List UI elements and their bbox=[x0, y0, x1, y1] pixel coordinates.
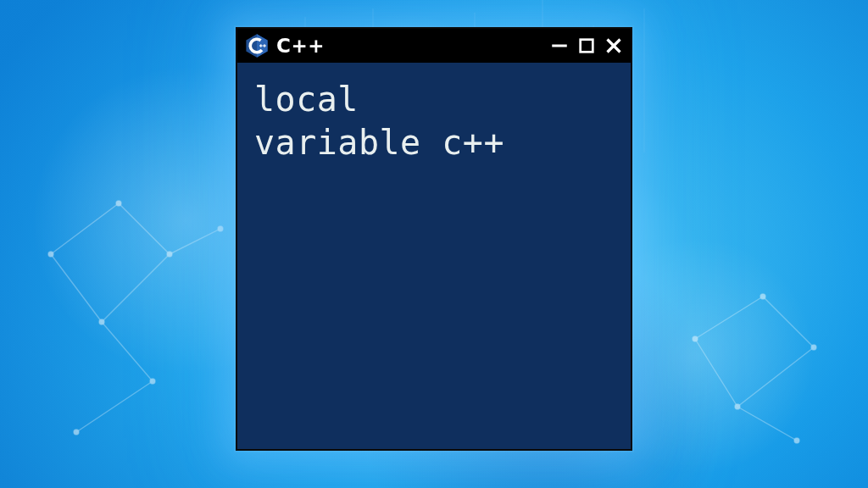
minimize-icon bbox=[551, 37, 568, 54]
close-icon bbox=[605, 37, 622, 54]
content-line-2: variable c++ bbox=[254, 123, 504, 162]
close-button[interactable] bbox=[605, 37, 622, 54]
maximize-button[interactable] bbox=[578, 37, 595, 54]
minimize-button[interactable] bbox=[551, 37, 568, 54]
window-title: C++ bbox=[276, 35, 325, 57]
terminal-window: C++ local variable c++ bbox=[236, 27, 632, 451]
content-line-1: local bbox=[254, 80, 359, 119]
maximize-icon bbox=[579, 38, 594, 53]
titlebar: C++ bbox=[237, 29, 631, 63]
cpp-logo-icon bbox=[244, 33, 270, 58]
svg-rect-39 bbox=[581, 40, 593, 53]
window-controls bbox=[551, 37, 622, 54]
terminal-content: local variable c++ bbox=[237, 63, 631, 449]
